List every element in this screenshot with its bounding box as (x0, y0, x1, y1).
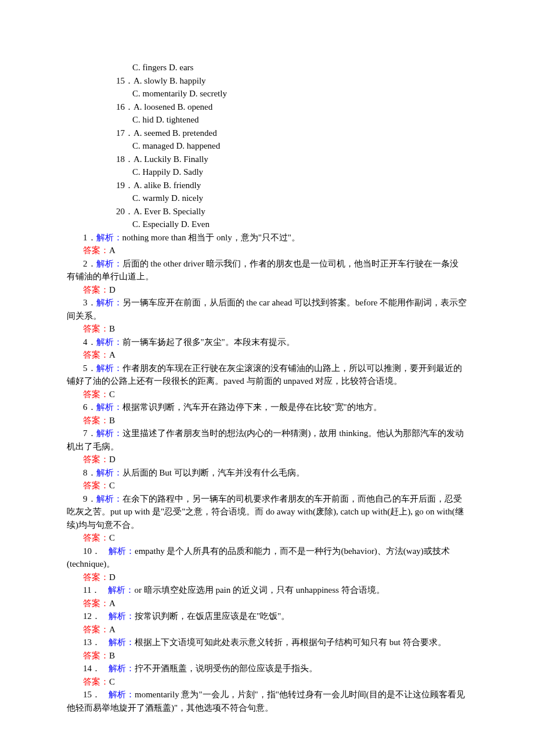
explanation-label: 解析： (96, 298, 122, 307)
answer-value: C (109, 677, 115, 686)
answer-line: 答案：C (67, 479, 467, 492)
explanation-number: 6． (83, 402, 96, 412)
answer-value: C (109, 481, 115, 490)
answer-line: 答案：A (67, 244, 467, 257)
explanation-text: 根据上下文语境可知此处表示意义转折，再根据句子结构可知只有 but 符合要求。 (135, 638, 446, 647)
explanation-label: 解析： (109, 546, 135, 556)
choice-line: 15．A. slowly B. happily (116, 74, 467, 88)
answer-value: C (109, 533, 115, 542)
explanation-line: 6．解析：根据常识判断，汽车开在路边停下来，一般是停在比较"宽"的地方。 (67, 401, 467, 414)
explanation-label: 解析： (96, 233, 122, 242)
explanation-text: 前一辆车扬起了很多"灰尘"。本段末有提示。 (122, 337, 295, 347)
answer-line: 答案：D (67, 453, 467, 466)
explanation-number: 15． (83, 690, 109, 699)
explanation-label: 解析： (96, 259, 122, 268)
answer-value: A (109, 599, 116, 608)
answer-label: 答案： (83, 599, 109, 608)
choice-num: 20． (116, 207, 134, 216)
answer-value: A (109, 246, 116, 255)
choice-num: 15． (116, 76, 134, 85)
choice-line: 17．A. seemed B. pretended (116, 127, 467, 140)
choice-sub: C. Especially D. Even (116, 218, 467, 231)
explanation-number: 5． (83, 363, 96, 373)
explanation-text: 拧不开酒瓶盖，说明受伤的部位应该是手指头。 (135, 664, 317, 673)
explanation-line: 10．解析：empathy 是个人所具有的品质和能力，而不是一种行为(behav… (67, 545, 467, 571)
explanations-block: 1．解析：nothing more than 相当于 only，意为"只不过"。… (67, 231, 467, 715)
choice-sub: C. hid D. tightened (116, 113, 467, 127)
explanation-line: 5．解析：作者朋友的车现在正行驶在灰尘滚滚的没有铺油的山路上，所以可以推测，要开… (67, 362, 467, 388)
answer-label: 答案： (83, 350, 109, 359)
answer-line: 答案：D (67, 571, 467, 584)
explanation-label: 解析： (109, 611, 135, 621)
answer-label: 答案： (83, 573, 109, 582)
explanation-line: 12．解析：按常识判断，在饭店里应该是在"吃饭"。 (67, 610, 467, 623)
explanation-line: 2．解析：后面的 the other driver 暗示我们，作者的朋友也是一位… (67, 257, 467, 283)
choices-block: C. fingers D. ears 15．A. slowly B. happi… (67, 61, 467, 231)
choice-main: A. loosened B. opened (134, 102, 212, 111)
explanation-number: 9． (83, 494, 96, 503)
explanation-text: 在余下的路程中，另一辆车的司机要求作者朋友的车开前面，而他自己的车开后面，忍受吃… (67, 494, 464, 530)
answer-line: 答案：C (67, 675, 467, 689)
answer-label: 答案： (83, 677, 109, 686)
answer-line: 答案：B (67, 414, 467, 427)
explanation-label: 解析： (96, 337, 122, 347)
choice-sub: C. warmly D. nicely (116, 192, 467, 205)
explanation-label: 解析： (96, 429, 122, 438)
answer-label: 答案： (83, 324, 109, 333)
answer-label: 答案： (83, 285, 109, 294)
answer-label: 答案： (83, 651, 109, 660)
explanation-number: 3． (83, 298, 96, 307)
choice-main: A. Ever B. Specially (134, 207, 205, 216)
explanation-label: 解析： (108, 585, 134, 595)
answer-label: 答案： (83, 481, 109, 490)
explanation-line: 1．解析：nothing more than 相当于 only，意为"只不过"。 (67, 231, 467, 244)
explanation-text: 后面的 the other driver 暗示我们，作者的朋友也是一位司机，他当… (67, 259, 459, 282)
explanation-label: 解析： (109, 664, 135, 673)
explanation-line: 8．解析：从后面的 But 可以判断，汽车并没有什么毛病。 (67, 466, 467, 480)
explanation-number: 7． (83, 429, 96, 438)
answer-line: 答案：C (67, 388, 467, 401)
choice-sub: C. momentarily D. secretly (116, 87, 467, 100)
choice-sub: C. Happily D. Sadly (116, 165, 467, 179)
choice-main: A. seemed B. pretended (134, 128, 217, 138)
explanation-text: 作者朋友的车现在正行驶在灰尘滚滚的没有铺油的山路上，所以可以推测，要开到最近的铺… (67, 363, 462, 386)
answer-label: 答案： (83, 625, 109, 634)
answer-value: A (109, 625, 116, 634)
choice-num: 19． (116, 181, 134, 190)
choice-sub: C. fingers D. ears (116, 61, 467, 74)
explanation-text: 根据常识判断，汽车开在路边停下来，一般是停在比较"宽"的地方。 (122, 402, 382, 412)
explanation-text: nothing more than 相当于 only，意为"只不过"。 (122, 233, 300, 242)
explanation-number: 10． (83, 546, 109, 556)
answer-label: 答案： (83, 533, 109, 542)
choice-num: 16． (116, 102, 134, 111)
explanation-label: 解析： (96, 363, 122, 373)
explanation-line: 7．解析：这里描述了作者朋友当时的想法(内心的一种猜测)，故用 thinking… (67, 427, 467, 453)
explanation-line: 4．解析：前一辆车扬起了很多"灰尘"。本段末有提示。 (67, 336, 467, 349)
answer-label: 答案： (83, 455, 109, 464)
explanation-number: 4． (83, 337, 96, 347)
explanation-line: 11．解析：or 暗示填空处应选用 pain 的近义词，只有 unhappine… (67, 584, 467, 597)
choice-line: 19．A. alike B. friendly (116, 179, 467, 192)
answer-line: 答案：C (67, 531, 467, 545)
answer-value: C (109, 390, 115, 399)
explanation-label: 解析： (96, 494, 122, 503)
choice-main: A. alike B. friendly (134, 181, 201, 190)
answer-line: 答案：B (67, 322, 467, 336)
choice-line: 20．A. Ever B. Specially (116, 205, 467, 218)
document-page: C. fingers D. ears 15．A. slowly B. happi… (0, 0, 534, 737)
explanation-number: 1． (83, 233, 96, 242)
answer-value: B (109, 324, 115, 333)
explanation-text: or 暗示填空处应选用 pain 的近义词，只有 unhappiness 符合语… (134, 585, 384, 595)
explanation-number: 11． (83, 585, 108, 595)
explanation-text: 从后面的 But 可以判断，汽车并没有什么毛病。 (122, 468, 305, 477)
explanation-number: 12． (83, 611, 109, 621)
answer-label: 答案： (83, 246, 109, 255)
explanation-label: 解析： (109, 638, 135, 647)
explanation-line: 3．解析：另一辆车应开在前面，从后面的 the car ahead 可以找到答案… (67, 296, 467, 322)
answer-value: D (109, 285, 116, 294)
explanation-text: 按常识判断，在饭店里应该是在"吃饭"。 (135, 611, 290, 621)
answer-line: 答案：A (67, 623, 467, 636)
choice-num: 17． (116, 128, 134, 138)
explanation-text: 另一辆车应开在前面，从后面的 the car ahead 可以找到答案。befo… (67, 298, 467, 321)
explanation-number: 8． (83, 468, 96, 477)
